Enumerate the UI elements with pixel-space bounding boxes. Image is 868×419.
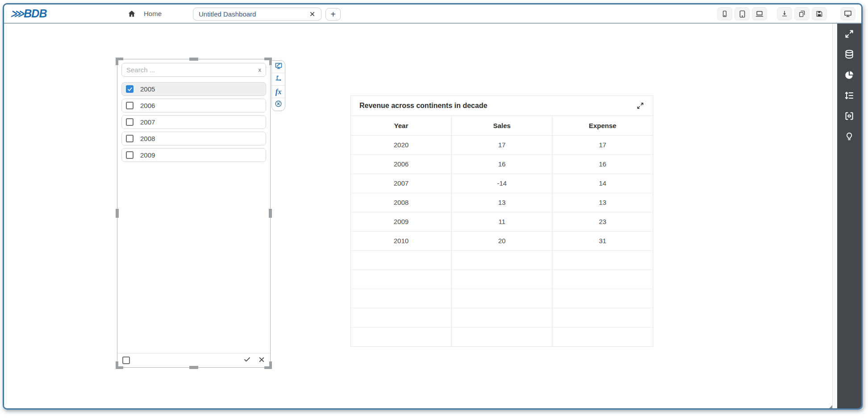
pie-chart-icon (844, 70, 855, 82)
filter-list: 20052006200720082009 (121, 82, 266, 165)
resize-handle-right[interactable] (269, 209, 272, 218)
table-title: Revenue across continents in decade (359, 102, 636, 110)
table-row (351, 250, 653, 270)
filter-item-label: 2008 (140, 135, 155, 142)
mobile-preview-button[interactable] (717, 7, 732, 21)
edit-widget-button[interactable] (272, 61, 285, 73)
table-row (351, 308, 653, 327)
table-cell: 2010 (351, 231, 451, 250)
copy-button[interactable] (794, 7, 810, 21)
table-cell (552, 250, 653, 270)
resize-handle-top[interactable] (189, 58, 198, 61)
search-clear-icon[interactable]: x (256, 66, 262, 73)
search-input[interactable] (126, 66, 256, 74)
filter-item-label: 2009 (140, 151, 155, 159)
tablet-preview-button[interactable] (734, 7, 750, 21)
circle-x-icon (274, 100, 283, 110)
screen-edit-icon (274, 62, 283, 72)
canvas-resize-grip[interactable] (827, 405, 832, 410)
save-button[interactable] (812, 7, 827, 21)
layout-tool[interactable] (837, 86, 861, 107)
remove-widget-button[interactable] (272, 98, 285, 111)
table-column-header: Sales (451, 116, 552, 135)
insights-tool[interactable] (837, 127, 861, 148)
table-cell: 11 (451, 212, 552, 231)
topbar-right-actions (717, 7, 855, 21)
preview-button[interactable] (840, 7, 855, 21)
table-cell (451, 270, 552, 289)
expand-arrows-icon (844, 29, 855, 41)
table-cell: 2009 (351, 212, 451, 231)
cancel-filter-button[interactable] (258, 356, 265, 365)
filter-footer (117, 353, 270, 367)
checkbox-unchecked[interactable] (126, 135, 134, 142)
script-tool[interactable] (837, 107, 861, 127)
table-row: 20102031 (351, 231, 653, 250)
tools-sidebar (837, 24, 861, 410)
x-icon (258, 356, 265, 365)
table-expand-icon[interactable] (636, 102, 644, 110)
table-cell: 13 (552, 193, 653, 212)
dashboard-canvas[interactable]: x 20052006200720082009 fx Revenue across… (4, 24, 833, 410)
table-cell (351, 250, 451, 270)
home-label: Home (144, 10, 162, 17)
filter-item[interactable]: 2006 (121, 99, 266, 112)
app-window: ⋙ BDB Home Untitled Dashboard + (3, 3, 863, 410)
table-widget[interactable]: Revenue across continents in decade Year… (351, 95, 653, 347)
laptop-preview-button[interactable] (752, 7, 767, 21)
database-icon (844, 49, 855, 62)
table-cell (351, 289, 451, 308)
axis-pin-icon (274, 74, 283, 85)
charts-tool[interactable] (837, 66, 861, 86)
table-cell (552, 270, 653, 289)
table-row (351, 289, 653, 308)
line-spacing-icon (844, 90, 855, 103)
table-cell (351, 308, 451, 327)
filter-item[interactable]: 2009 (121, 148, 266, 162)
home-icon (127, 9, 136, 18)
export-button[interactable] (777, 7, 792, 21)
save-icon (815, 10, 823, 18)
resize-handle-left[interactable] (116, 209, 119, 218)
filter-item[interactable]: 2007 (121, 115, 266, 129)
drill-axis-button[interactable] (272, 73, 285, 86)
checkbox-unchecked[interactable] (126, 151, 134, 159)
table-row: 20081313 (351, 193, 653, 212)
top-toolbar: ⋙ BDB Home Untitled Dashboard + (4, 4, 861, 24)
bdb-logo-icon: ⋙ (10, 8, 23, 20)
filter-item[interactable]: 2005 (121, 82, 266, 96)
mobile-icon (721, 10, 729, 18)
table-column-header: Year (351, 116, 451, 135)
dashboard-tab-title: Untitled Dashboard (199, 10, 309, 18)
table-cell (451, 308, 552, 327)
dashboard-tab[interactable]: Untitled Dashboard (193, 8, 321, 21)
tablet-icon (738, 10, 747, 18)
table-cell (451, 250, 552, 270)
checkbox-unchecked[interactable] (126, 118, 134, 126)
table-row (351, 270, 653, 289)
table-row (351, 327, 653, 346)
monitor-icon (843, 9, 852, 18)
checkbox-unchecked[interactable] (126, 102, 134, 109)
filter-widget[interactable]: x 20052006200720082009 (117, 59, 271, 368)
bdb-logo: ⋙ BDB (10, 7, 46, 20)
table-cell: 14 (552, 174, 653, 193)
formula-button[interactable]: fx (272, 86, 285, 98)
maximize-tool[interactable] (837, 25, 861, 45)
table-cell: 13 (451, 193, 552, 212)
filter-item[interactable]: 2008 (121, 132, 266, 145)
filter-item-label: 2007 (140, 118, 155, 126)
tab-close-icon[interactable] (309, 11, 316, 17)
home-nav[interactable]: Home (127, 4, 162, 23)
add-tab-button[interactable]: + (326, 8, 341, 21)
table-cell: 16 (552, 154, 653, 174)
select-all-checkbox[interactable] (122, 357, 130, 364)
table-cell (351, 270, 451, 289)
apply-filter-button[interactable] (243, 356, 251, 365)
table-row: 20061616 (351, 154, 653, 174)
table-cell: 2008 (351, 193, 451, 212)
table-cell: 16 (451, 154, 552, 174)
table-cell: 23 (552, 212, 653, 231)
checkbox-checked[interactable] (126, 85, 134, 93)
data-source-tool[interactable] (837, 45, 861, 66)
